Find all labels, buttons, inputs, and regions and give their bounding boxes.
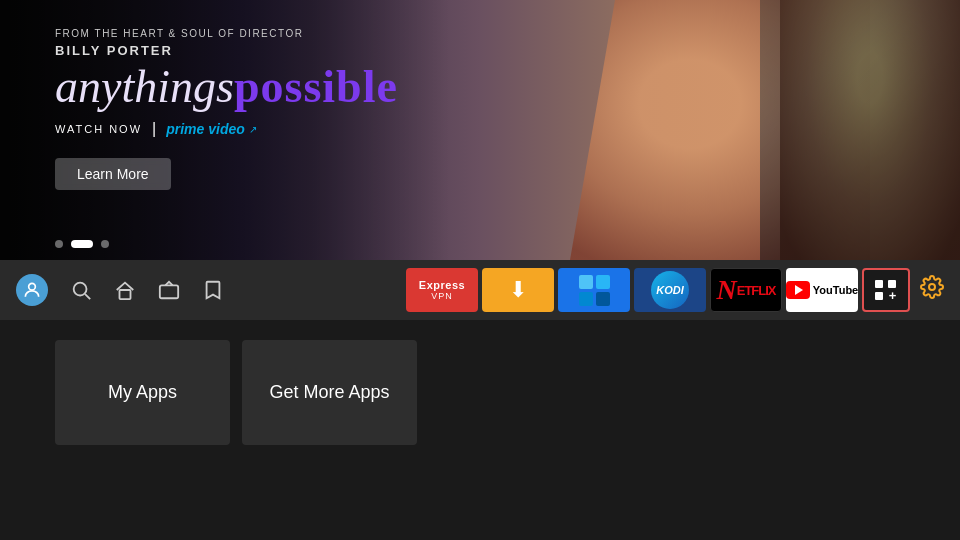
- navbar: Express VPN ⬇ KODI: [0, 260, 960, 320]
- get-more-apps-tile[interactable]: Get More Apps: [242, 340, 417, 445]
- svg-point-0: [29, 283, 36, 290]
- profile-icon[interactable]: [16, 274, 48, 306]
- hero-section: FROM THE HEART & SOUL OF DIRECTOR BILLY …: [0, 0, 960, 260]
- fm-dot-4: [596, 292, 610, 306]
- youtube-text: YouTube: [813, 284, 858, 296]
- addapps-dot-2: [888, 280, 896, 288]
- fm-dot-3: [579, 292, 593, 306]
- app-filemanager[interactable]: [558, 268, 630, 312]
- netflix-logo: N: [716, 274, 736, 306]
- addapps-dot-1: [875, 280, 883, 288]
- hero-bg-detail: [760, 0, 960, 260]
- dot-2[interactable]: [71, 240, 93, 248]
- app-icons-row: Express VPN ⬇ KODI: [406, 268, 910, 312]
- downloader-icon: ⬇: [509, 279, 527, 301]
- hero-dots: [55, 240, 109, 248]
- app-netflix[interactable]: N ETFLIX: [710, 268, 782, 312]
- netflix-text: ETFLIX: [737, 283, 776, 298]
- fm-dot-1: [579, 275, 593, 289]
- app-expressvpn[interactable]: Express VPN: [406, 268, 478, 312]
- hero-watch-text: WATCH NOW: [55, 123, 142, 135]
- youtube-play-button: [786, 281, 810, 299]
- hero-title-bold: possible: [234, 64, 398, 110]
- svg-rect-3: [120, 290, 131, 299]
- expressvpn-label: Express: [419, 279, 465, 291]
- svg-line-2: [85, 294, 90, 299]
- svg-point-5: [929, 284, 935, 290]
- bottom-section: My Apps Get More Apps: [0, 320, 960, 540]
- addapps-dot-3: [875, 292, 883, 300]
- addapps-plus: +: [888, 291, 898, 301]
- settings-icon[interactable]: [920, 275, 944, 305]
- home-icon[interactable]: [114, 279, 136, 301]
- hero-watch-row: WATCH NOW | prime video ↗: [55, 120, 398, 138]
- prime-video-arrow: ↗: [249, 124, 257, 135]
- hero-content: FROM THE HEART & SOUL OF DIRECTOR BILLY …: [55, 28, 398, 190]
- svg-rect-4: [160, 285, 178, 298]
- dot-3[interactable]: [101, 240, 109, 248]
- dot-1[interactable]: [55, 240, 63, 248]
- app-addapps[interactable]: +: [862, 268, 910, 312]
- addapps-grid: +: [875, 280, 898, 301]
- hero-subtitle: FROM THE HEART & SOUL OF DIRECTOR: [55, 28, 398, 39]
- bookmark-icon[interactable]: [202, 279, 224, 301]
- prime-video-logo: prime video ↗: [166, 121, 257, 137]
- app-downloader[interactable]: ⬇: [482, 268, 554, 312]
- search-icon[interactable]: [70, 279, 92, 301]
- kodi-logo-circle: KODI: [651, 271, 689, 309]
- hero-title-italic: anythings: [55, 64, 234, 110]
- kodi-label: KODI: [656, 284, 684, 296]
- nav-icons: [16, 274, 224, 306]
- live-tv-icon[interactable]: [158, 279, 180, 301]
- app-kodi[interactable]: KODI: [634, 268, 706, 312]
- learn-more-button[interactable]: Learn More: [55, 158, 171, 190]
- hero-divider: |: [152, 120, 156, 138]
- svg-point-1: [74, 283, 87, 296]
- prime-video-text: prime video: [166, 121, 245, 137]
- hero-director: BILLY PORTER: [55, 43, 398, 58]
- fm-dot-2: [596, 275, 610, 289]
- expressvpn-vpn: VPN: [431, 291, 453, 301]
- app-youtube[interactable]: YouTube: [786, 268, 858, 312]
- my-apps-tile[interactable]: My Apps: [55, 340, 230, 445]
- youtube-logo: YouTube: [786, 281, 858, 299]
